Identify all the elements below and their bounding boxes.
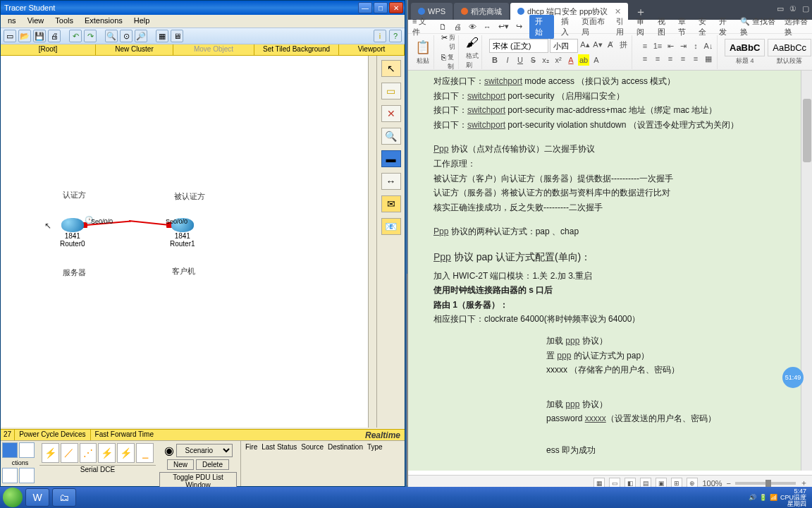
devcat-icon[interactable] [19, 468, 35, 483]
router1-node[interactable]: Se0/0/0 1841 Router1 [170, 218, 195, 248]
qa-icon[interactable]: 🗋 [439, 23, 447, 31]
custom-icon[interactable]: 🖥 [171, 30, 183, 42]
strike-icon[interactable]: S̶ [527, 54, 539, 66]
italic-icon[interactable]: I [502, 54, 513, 66]
phonetic-icon[interactable]: 拼 [617, 39, 629, 50]
print-icon[interactable]: 🖨 [48, 30, 61, 42]
shading-icon[interactable]: ▦ [703, 53, 714, 64]
file-menu[interactable]: ≡ 文件 [412, 16, 432, 37]
clear-fmt-icon[interactable]: A̸ [605, 39, 616, 50]
complexpdu-tool-icon[interactable]: 📧 [381, 218, 401, 235]
newcluster-button[interactable]: New Cluster [96, 44, 173, 55]
conn-serial2-icon[interactable]: ⚡ [117, 443, 135, 463]
conn-fiber-icon[interactable]: ⎯ [136, 443, 154, 463]
undo-icon[interactable]: ↶ [69, 30, 82, 42]
alignleft-icon[interactable]: ≡ [639, 53, 651, 64]
pt-min-button[interactable]: — [358, 2, 372, 13]
ribbon-tab[interactable]: 视图 [658, 16, 671, 37]
pt-close-button[interactable]: ✕ [389, 2, 403, 13]
scenario-new-button[interactable]: New [167, 459, 194, 470]
info-icon[interactable]: i [374, 30, 386, 42]
palette-icon[interactable]: ▦ [156, 30, 168, 42]
justify-icon[interactable]: ≡ [677, 53, 689, 64]
timer-badge[interactable]: 51:49 [782, 367, 804, 388]
ribbon-tab[interactable]: 引用 [616, 16, 629, 37]
ribbon-tab[interactable]: 插入 [561, 16, 574, 37]
col-dst[interactable]: Destination [328, 443, 363, 484]
qa-icon[interactable]: ↩▾ [498, 22, 509, 31]
grow-font-icon[interactable]: A▴ [579, 39, 591, 50]
resize-tool-icon[interactable]: ↔ [381, 173, 401, 190]
pt-menu-item[interactable]: View [22, 15, 50, 28]
charborder-icon[interactable]: A [591, 54, 602, 66]
ribbon-tab[interactable]: 安全 [699, 16, 712, 37]
conn-serial-icon[interactable]: ⚡ [98, 443, 116, 463]
system-tray[interactable]: 🔊 🔋 📶 5:47 CPU温度 星期四 [749, 488, 809, 507]
pt-menu-item[interactable]: Extensions [79, 15, 128, 28]
scenario-select[interactable]: Scenario 0 [176, 444, 233, 457]
tab-close-icon[interactable]: ✕ [615, 7, 621, 16]
inspect-tool-icon[interactable]: 🔍 [381, 128, 401, 145]
fastforward-button[interactable]: Fast Forward Time [91, 430, 158, 440]
taskbar-app[interactable]: 🗂 [52, 488, 76, 507]
moveobj-button[interactable]: Move Object [173, 44, 254, 55]
wps-sys-icon[interactable]: ▭ [777, 4, 784, 13]
underline-icon[interactable]: U [515, 54, 526, 66]
distribute-icon[interactable]: ≡ [690, 53, 701, 64]
root-button[interactable]: [Root] [1, 44, 96, 55]
conn-cross-icon[interactable]: ⋰ [80, 443, 97, 463]
conn-straight-icon[interactable]: ／ [61, 443, 78, 463]
col-src[interactable]: Source [301, 443, 324, 484]
highlight-icon[interactable]: ab [578, 54, 589, 66]
powercycle-button[interactable]: Power Cycle Devices [15, 430, 90, 440]
pt-menu-item[interactable]: ns [2, 15, 22, 28]
paste-icon[interactable]: 📋 [415, 40, 431, 55]
ribbon-tab[interactable]: 开发 [719, 16, 732, 37]
pt-titlebar[interactable]: Tracer Student — □ ✕ [1, 1, 405, 15]
numbering-icon[interactable]: 1≡ [652, 40, 663, 52]
tray-icon[interactable]: 📶 [770, 494, 777, 501]
pt-menu-item[interactable]: Help [128, 15, 156, 28]
qa-icon[interactable]: 🖨 [454, 23, 462, 31]
draw-tool-icon[interactable]: ▬ [381, 150, 401, 167]
taskbar-app[interactable]: W [25, 488, 49, 507]
conn-auto-icon[interactable]: ⚡ [42, 443, 59, 463]
qa-icon[interactable]: ↔ [484, 23, 491, 31]
ribbon-tab[interactable]: 审阅 [636, 16, 650, 37]
bullets-icon[interactable]: ≡ [639, 40, 651, 52]
wps-document[interactable]: 对应接口下：switchport mode access （接口设为 acces… [408, 71, 812, 471]
bold-icon[interactable]: B [489, 54, 500, 66]
rt-num[interactable]: 27 [1, 430, 15, 440]
ribbon-tab[interactable]: 页面布局 [582, 16, 609, 37]
devcat-icon[interactable] [2, 442, 18, 458]
pt-scrollbar[interactable] [368, 56, 376, 428]
wps-tab[interactable]: 稻壳商城 [454, 3, 509, 20]
sup-icon[interactable]: x² [553, 54, 564, 66]
select-button[interactable]: 选择替换 [785, 16, 812, 37]
tray-icon[interactable]: 🔊 [749, 494, 756, 501]
help-icon[interactable]: ? [389, 30, 402, 42]
redo-icon[interactable]: ↷ [84, 30, 97, 42]
col-type[interactable]: Type [367, 443, 383, 484]
wps-scrollbar[interactable] [801, 71, 812, 471]
linespace-icon[interactable]: ↕ [690, 40, 701, 52]
fontcolor-icon[interactable]: A [565, 54, 577, 66]
zoom-value[interactable]: 100% [702, 479, 722, 488]
scroll-thumb[interactable] [803, 99, 811, 162]
col-last[interactable]: Last Status [262, 443, 297, 484]
save-icon[interactable]: 💾 [33, 30, 46, 42]
pdu-tool-icon[interactable]: ✉ [381, 195, 401, 212]
qa-icon[interactable]: ↪ [516, 22, 522, 31]
open-icon[interactable]: 📂 [18, 30, 31, 42]
new-icon[interactable]: ▭ [4, 30, 16, 42]
aligncenter-icon[interactable]: ≡ [652, 53, 663, 64]
pt-max-button[interactable]: □ [374, 2, 388, 13]
zoom-slider[interactable] [735, 482, 796, 485]
router0-node[interactable]: Se0/0/0 1841 Router0 [60, 218, 85, 248]
font-size-input[interactable] [550, 39, 578, 53]
wps-sys-icon[interactable]: ▢ [802, 4, 809, 13]
sort-icon[interactable]: A↓ [703, 40, 714, 52]
col-fire[interactable]: Fire [245, 443, 257, 484]
viewport-button[interactable]: Viewport [339, 44, 405, 55]
sub-icon[interactable]: x₂ [540, 54, 551, 66]
